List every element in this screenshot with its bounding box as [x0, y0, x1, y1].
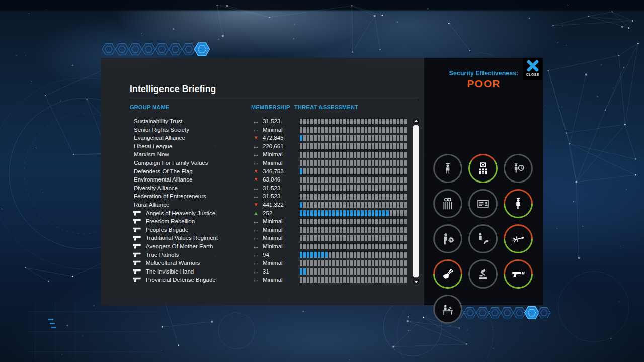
threat-segment [386, 202, 388, 208]
threat-segment [400, 202, 403, 208]
threat-segment [400, 143, 403, 149]
threat-segment [354, 119, 356, 125]
threat-segment [375, 252, 378, 258]
group-row[interactable]: True Patriots↔94 [101, 251, 424, 259]
group-row[interactable]: Liberal League↔220,661 [101, 142, 424, 151]
threat-segment [314, 235, 317, 241]
threat-bar [300, 235, 407, 241]
threat-segment [350, 135, 353, 141]
group-row[interactable]: Evangelical Alliance▼472,845 [101, 134, 424, 142]
group-row[interactable]: Angels of Heavenly Justice▲252 [101, 209, 424, 218]
threat-segment [365, 127, 367, 133]
militant-gun-icon [133, 260, 141, 265]
threat-segment [329, 119, 331, 125]
threat-segment [332, 252, 335, 258]
threat-segment [397, 152, 399, 158]
threat-segment [318, 194, 320, 200]
threat-segment [340, 143, 342, 149]
threat-segment [379, 194, 381, 200]
scroll-down-button[interactable] [412, 277, 420, 286]
policy-icon-glyph [505, 226, 531, 252]
threat-segment [393, 194, 396, 200]
group-row[interactable]: Diversity Alliance↔31,523 [101, 184, 424, 193]
group-row[interactable]: Senior Rights Society↔Minimal [101, 126, 424, 134]
group-row[interactable]: Freedom Rebellion↔Minimal [101, 217, 424, 226]
threat-segment [350, 160, 353, 166]
police-officer-icon[interactable] [430, 151, 465, 186]
threat-segment [336, 168, 338, 174]
group-row[interactable]: Multicultural Warriors↔Minimal [101, 259, 424, 267]
group-row[interactable]: Sustainability Trust↔31,523 [101, 117, 424, 126]
threat-segment [386, 252, 388, 258]
group-row[interactable]: Traditional Values Regiment↔Minimal [101, 234, 424, 242]
group-row[interactable]: Defenders Of The Flag▼346,753 [101, 167, 424, 176]
threat-segment [354, 177, 356, 183]
group-row[interactable]: Avengers Of Mother Earth↔Minimal [101, 242, 424, 251]
id-card-icon[interactable] [465, 186, 501, 221]
threat-segment [404, 185, 407, 191]
group-row[interactable]: The Invisible Hand↔31 [101, 267, 424, 276]
threat-segment [329, 235, 331, 241]
court-gavel-icon[interactable] [465, 256, 501, 292]
scroll-up-button[interactable] [412, 117, 420, 125]
scrollbar[interactable] [412, 117, 420, 286]
threat-segment [303, 244, 306, 250]
threat-segment [361, 119, 363, 125]
threat-segment [325, 185, 328, 191]
membership-value: Minimal [263, 234, 283, 242]
threat-segment [332, 244, 335, 250]
microchip-implant-icon[interactable] [430, 221, 465, 256]
threat-segment [400, 268, 403, 275]
membership-value: 472,845 [263, 134, 284, 142]
indefinite-prison-icon[interactable] [430, 186, 465, 221]
group-name: Peoples Brigade [146, 226, 188, 234]
threat-segment [303, 127, 306, 133]
interrogation-icon[interactable] [430, 292, 465, 327]
group-row[interactable]: Campaign For Family Values↔Minimal [101, 159, 424, 167]
scrollbar-thumb[interactable] [413, 125, 419, 278]
threat-segment [307, 185, 309, 191]
threat-segment [325, 244, 328, 250]
threat-segment [361, 185, 363, 191]
armed-guard-icon[interactable] [501, 186, 536, 221]
informant-hand-icon[interactable] [430, 256, 465, 292]
threat-segment [397, 177, 399, 183]
threat-segment [303, 268, 306, 275]
threat-segment [347, 277, 349, 283]
wiretapping-icon[interactable] [465, 221, 501, 256]
threat-segment [400, 185, 403, 191]
threat-segment [400, 194, 403, 200]
threat-segment [321, 277, 324, 283]
group-row[interactable]: Peoples Brigade↔Minimal [101, 226, 424, 234]
cctv-surveillance-icon[interactable] [465, 151, 501, 186]
threat-segment [382, 177, 385, 183]
threat-segment [318, 152, 320, 158]
group-name: Traditional Values Regiment [146, 234, 218, 242]
threat-segment [357, 252, 360, 258]
threat-segment [318, 168, 320, 174]
drone-strike-icon[interactable] [501, 221, 536, 256]
group-row[interactable]: Rural Alliance▼441,322 [101, 201, 424, 209]
threat-segment [350, 194, 353, 200]
threat-segment [361, 244, 363, 250]
group-name: Defenders Of The Flag [134, 167, 193, 176]
threat-segment [314, 177, 317, 183]
group-row[interactable]: Provincial Defense Brigade↔Minimal [101, 276, 424, 284]
threat-segment [336, 210, 338, 216]
threat-segment [379, 219, 381, 225]
detention-clock-icon[interactable] [501, 151, 536, 186]
silenced-pistol-icon[interactable] [501, 256, 536, 292]
militant-gun-icon [133, 227, 141, 232]
group-row[interactable]: Federation of Entrepreneurs↔31,523 [101, 192, 424, 201]
group-row[interactable]: Environmental Alliance▼63,046 [101, 175, 424, 184]
close-button[interactable]: CLOSE [523, 58, 542, 80]
threat-segment [379, 268, 381, 275]
threat-segment [321, 227, 324, 233]
threat-segment [372, 194, 374, 200]
threat-segment [318, 185, 320, 191]
group-row[interactable]: Marxism Now↔Minimal [101, 150, 424, 159]
threat-segment [307, 227, 309, 233]
threat-segment [310, 277, 313, 283]
threat-bar [300, 152, 407, 158]
threat-segment [310, 227, 313, 233]
